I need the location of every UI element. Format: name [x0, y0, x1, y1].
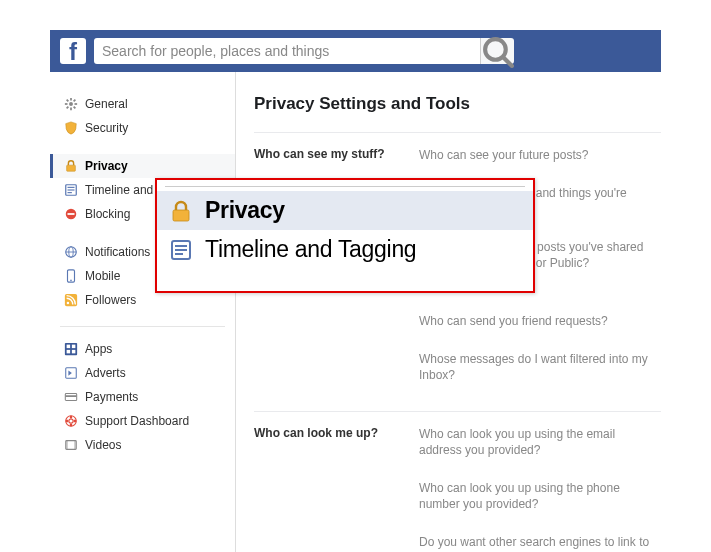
video-icon [63, 437, 79, 453]
sidebar-item-label: Followers [85, 293, 136, 307]
search-button[interactable] [480, 38, 514, 64]
top-header: f [50, 30, 661, 72]
globe-icon [63, 244, 79, 260]
sidebar-item-label: Privacy [85, 159, 128, 173]
sidebar-item-general[interactable]: General [50, 92, 235, 116]
sidebar-item-payments[interactable]: Payments [50, 385, 235, 409]
sidebar-item-label: Adverts [85, 366, 126, 380]
sidebar-item-label: Mobile [85, 269, 120, 283]
section-label: Who can look me up? [254, 426, 419, 552]
svg-point-2 [69, 102, 73, 106]
sidebar-item-label: Notifications [85, 245, 150, 259]
svg-rect-38 [173, 210, 189, 221]
adverts-icon [63, 365, 79, 381]
timeline-icon [63, 182, 79, 198]
svg-line-7 [67, 100, 69, 102]
lifebuoy-icon [63, 413, 79, 429]
search-input[interactable] [94, 38, 480, 64]
svg-rect-29 [72, 350, 76, 354]
content-area: General Security Privacy Timeline an [50, 72, 661, 552]
search-wrap [94, 38, 514, 64]
sidebar-item-adverts[interactable]: Adverts [50, 361, 235, 385]
svg-rect-17 [68, 213, 75, 215]
svg-line-10 [74, 100, 76, 102]
callout-item-label: Timeline and Tagging [205, 236, 416, 263]
sidebar-item-label: Payments [85, 390, 138, 404]
settings-sidebar: General Security Privacy Timeline an [50, 72, 235, 552]
svg-line-1 [504, 57, 512, 65]
apps-icon [63, 341, 79, 357]
svg-line-8 [74, 107, 76, 109]
svg-point-24 [67, 302, 69, 304]
sidebar-item-label: Support Dashboard [85, 414, 189, 428]
sidebar-item-security[interactable]: Security [50, 116, 235, 140]
sidebar-item-label: Security [85, 121, 128, 135]
sidebar-divider [60, 326, 225, 327]
page-title: Privacy Settings and Tools [254, 94, 661, 114]
credit-card-icon [63, 389, 79, 405]
svg-point-22 [70, 280, 72, 282]
sidebar-item-support-dashboard[interactable]: Support Dashboard [50, 409, 235, 433]
svg-rect-26 [67, 345, 71, 349]
setting-row[interactable]: Who can look you up using the phone numb… [419, 480, 661, 534]
setting-row[interactable]: Whose messages do I want filtered into m… [419, 351, 661, 405]
search-icon [481, 35, 514, 68]
mobile-icon [63, 268, 79, 284]
svg-rect-11 [67, 165, 76, 171]
section-who-can-contact: Who can contact me? Who can send you fri… [254, 299, 661, 411]
main-panel: Privacy Settings and Tools Who can see m… [235, 72, 661, 552]
callout-item-timeline-tagging[interactable]: Timeline and Tagging [157, 230, 533, 269]
blocked-icon [63, 206, 79, 222]
svg-line-9 [67, 107, 69, 109]
svg-rect-32 [65, 395, 76, 397]
shield-icon [63, 120, 79, 136]
callout-item-label: Privacy [205, 197, 285, 224]
timeline-icon [167, 238, 195, 262]
callout-item-privacy[interactable]: Privacy [157, 191, 533, 230]
gear-icon [63, 96, 79, 112]
highlighted-callout: Privacy Timeline and Tagging [155, 178, 535, 293]
setting-row[interactable]: Who can send you friend requests? [419, 313, 661, 351]
sidebar-item-label: Apps [85, 342, 112, 356]
svg-rect-28 [67, 350, 71, 354]
section-who-can-look: Who can look me up? Who can look you up … [254, 411, 661, 552]
sidebar-item-label: Videos [85, 438, 121, 452]
sidebar-item-label: Blocking [85, 207, 130, 221]
setting-row[interactable]: Who can look you up using the email addr… [419, 426, 661, 480]
sidebar-item-privacy[interactable]: Privacy [50, 154, 235, 178]
setting-row[interactable]: Do you want other search engines to link… [419, 534, 661, 552]
svg-rect-36 [66, 441, 68, 450]
rss-icon [63, 292, 79, 308]
lock-icon [167, 199, 195, 223]
sidebar-item-label: General [85, 97, 128, 111]
svg-rect-27 [72, 345, 76, 349]
sidebar-item-apps[interactable]: Apps [50, 337, 235, 361]
facebook-logo-icon[interactable]: f [60, 38, 86, 64]
sidebar-item-videos[interactable]: Videos [50, 433, 235, 457]
lock-icon [63, 158, 79, 174]
svg-rect-37 [74, 441, 76, 450]
